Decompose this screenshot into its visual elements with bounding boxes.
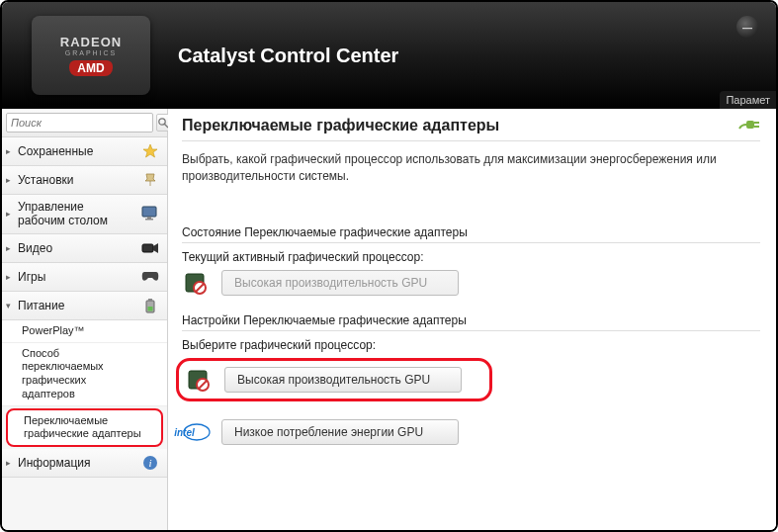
svg-rect-3 bbox=[142, 207, 156, 217]
current-gpu-label: Текущий активный графический процессор: bbox=[182, 250, 760, 264]
sidebar-item-label: Игры bbox=[18, 270, 135, 284]
svg-rect-10 bbox=[148, 307, 153, 311]
sidebar: « ▸ Сохраненные ▸ Установки ▸ Управление… bbox=[2, 109, 168, 530]
svg-rect-4 bbox=[147, 217, 151, 219]
svg-rect-5 bbox=[145, 219, 153, 221]
pin-icon bbox=[139, 171, 161, 189]
svg-marker-2 bbox=[143, 144, 157, 157]
svg-point-0 bbox=[159, 119, 165, 125]
sidebar-item-label: Управление рабочим столом bbox=[18, 200, 135, 228]
low-power-gpu-button[interactable]: Низкое потребление энергии GPU bbox=[221, 419, 459, 445]
monitor-icon bbox=[139, 205, 161, 222]
sidebar-subitem-switchable-adapters[interactable]: Переключаемые графические адаптеры bbox=[6, 408, 163, 448]
chevron-right-icon: ▸ bbox=[6, 272, 16, 282]
search-input[interactable] bbox=[6, 113, 153, 133]
svg-text:i: i bbox=[148, 457, 151, 469]
gpu-chip-icon bbox=[185, 367, 215, 393]
sidebar-item-power[interactable]: ▾ Питание bbox=[2, 292, 167, 320]
minimize-button[interactable]: – bbox=[736, 16, 758, 38]
sidebar-item-video[interactable]: ▸ Видео bbox=[2, 234, 167, 263]
sidebar-item-desktop-management[interactable]: ▸ Управление рабочим столом bbox=[2, 195, 167, 234]
star-icon bbox=[139, 142, 161, 160]
sidebar-item-label: Сохраненные bbox=[18, 144, 135, 158]
chevron-right-icon: ▸ bbox=[6, 458, 16, 468]
sidebar-subitem-switch-method[interactable]: Способ переключаемых графических адаптер… bbox=[2, 343, 167, 406]
amd-radeon-logo: RADEON GRAPHICS AMD bbox=[32, 16, 150, 95]
chevron-right-icon: ▸ bbox=[6, 243, 16, 253]
settings-section-heading: Настройки Переключаемые графические адап… bbox=[182, 313, 760, 331]
sidebar-item-saved[interactable]: ▸ Сохраненные bbox=[2, 137, 167, 166]
info-icon: i bbox=[139, 454, 161, 472]
chevron-right-icon: ▸ bbox=[6, 146, 16, 156]
svg-rect-6 bbox=[142, 244, 153, 252]
parameters-tab[interactable]: Парамет bbox=[720, 91, 776, 109]
app-title: Catalyst Control Center bbox=[178, 44, 398, 67]
power-plug-icon bbox=[736, 118, 760, 134]
gamepad-icon bbox=[139, 268, 161, 286]
current-gpu-readonly: Высокая производительность GPU bbox=[221, 270, 459, 296]
content-panel: Переключаемые графические адаптеры Выбра… bbox=[168, 109, 776, 530]
logo-radeon-text: RADEON bbox=[60, 35, 122, 49]
logo-amd-badge: AMD bbox=[69, 60, 112, 76]
svg-rect-13 bbox=[746, 121, 754, 129]
gpu-chip-icon bbox=[182, 270, 212, 296]
chevron-right-icon: ▸ bbox=[6, 209, 16, 219]
chevron-right-icon: ▸ bbox=[6, 175, 16, 185]
camera-icon bbox=[139, 239, 161, 257]
header-bar: RADEON GRAPHICS AMD Catalyst Control Cen… bbox=[2, 2, 776, 109]
select-gpu-label: Выберите графический процессор: bbox=[182, 338, 760, 352]
svg-rect-9 bbox=[148, 299, 152, 301]
chevron-down-icon: ▾ bbox=[6, 301, 16, 310]
logo-graphics-text: GRAPHICS bbox=[65, 49, 118, 56]
search-row: « bbox=[2, 109, 167, 137]
battery-icon bbox=[139, 297, 161, 314]
high-performance-gpu-button[interactable]: Высокая производительность GPU bbox=[224, 367, 462, 393]
page-title: Переключаемые графические адаптеры bbox=[182, 117, 499, 134]
sidebar-item-label: Установки bbox=[18, 173, 135, 187]
high-performance-row: Высокая производительность GPU bbox=[176, 358, 492, 401]
state-section-heading: Состояние Переключаемые графические адап… bbox=[182, 225, 760, 243]
page-description: Выбрать, какой графический процессор исп… bbox=[182, 151, 760, 186]
intel-icon: intel bbox=[182, 419, 212, 445]
sidebar-item-games[interactable]: ▸ Игры bbox=[2, 263, 167, 292]
sidebar-item-installs[interactable]: ▸ Установки bbox=[2, 166, 167, 195]
svg-marker-7 bbox=[153, 243, 158, 253]
sidebar-subitem-powerplay[interactable]: PowerPlay™ bbox=[2, 320, 167, 343]
sidebar-item-label: Информация bbox=[18, 456, 135, 470]
sidebar-item-information[interactable]: ▸ Информация i bbox=[2, 449, 167, 478]
sidebar-item-label: Питание bbox=[18, 299, 135, 312]
sidebar-item-label: Видео bbox=[18, 241, 135, 255]
